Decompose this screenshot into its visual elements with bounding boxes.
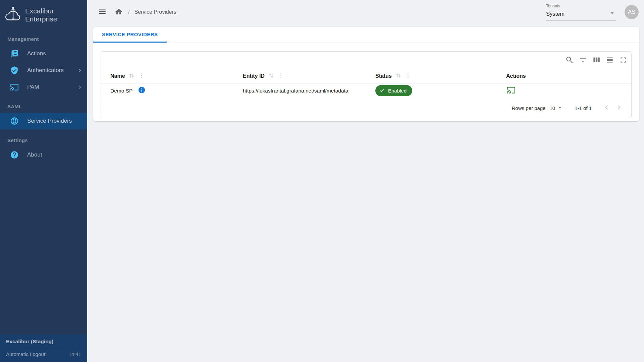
column-menu-icon[interactable] — [138, 72, 145, 80]
status-badge: Enabled — [375, 85, 412, 96]
density-icon — [605, 56, 614, 65]
breadcrumb-current: Service Providers — [134, 9, 176, 15]
cell-status: Enabled — [366, 85, 497, 96]
filter-icon — [579, 56, 587, 65]
home-icon — [115, 8, 123, 17]
table-fullscreen-button[interactable] — [616, 53, 630, 68]
column-header-name[interactable]: Name — [101, 72, 233, 80]
previous-page-button[interactable] — [600, 101, 613, 115]
search-icon — [565, 56, 574, 65]
sidebar-item-label: PAM — [27, 84, 39, 90]
status-badge-label: Enabled — [388, 88, 407, 94]
check-icon — [379, 87, 385, 95]
table-header-row: Name Entity ID — [101, 69, 631, 83]
chevron-left-icon — [602, 103, 611, 113]
sp-entity-id: https://lukasfrantal.grafana.net/saml/me… — [243, 88, 348, 94]
sidebar-item-label: Actions — [27, 50, 46, 57]
tenants-select-label: Tenants — [546, 4, 616, 8]
tenants-select-value: System — [546, 11, 565, 17]
chevron-right-icon — [615, 103, 623, 113]
library-icon — [10, 49, 19, 58]
pagination-range: 1-1 of 1 — [575, 105, 592, 111]
columns-icon — [592, 56, 601, 65]
sidebar-item-about[interactable]: About — [0, 146, 87, 163]
main-area: / Service Providers Tenants System AS SE… — [87, 0, 644, 362]
sp-name: Demo SP — [110, 88, 132, 94]
globe-icon — [10, 117, 19, 125]
breadcrumb-home-button[interactable] — [114, 7, 123, 17]
auto-logout-timer: 14:41 — [68, 351, 81, 357]
column-header-actions: Actions — [497, 73, 631, 79]
excalibur-cloud-sword-logo-icon — [5, 7, 21, 23]
cell-actions — [497, 85, 631, 96]
section-label-settings: Settings — [0, 129, 87, 146]
sidebar-item-label: Service Providers — [27, 118, 72, 124]
rows-per-page-value: 10 — [549, 105, 555, 111]
section-label-saml: SAML — [0, 96, 87, 113]
cell-entity-id: https://lukasfrantal.grafana.net/saml/me… — [233, 88, 366, 94]
service-providers-card: SERVICE PROVIDERS — [93, 27, 639, 121]
tab-bar: SERVICE PROVIDERS — [93, 27, 639, 43]
sort-icon[interactable] — [268, 72, 275, 80]
app-title: Excalibur Enterprise — [25, 7, 82, 23]
sidebar-item-authenticators[interactable]: Authenticators — [0, 62, 87, 79]
help-icon — [10, 150, 19, 159]
cast-icon — [10, 83, 19, 92]
dropdown-arrow-icon — [556, 104, 563, 112]
column-header-label: Actions — [506, 73, 526, 79]
menu-toggle-button[interactable] — [95, 5, 109, 20]
table-density-button[interactable] — [603, 53, 616, 68]
auto-logout-label: Automatic Logout: — [6, 351, 47, 357]
column-header-status[interactable]: Status — [366, 72, 497, 80]
app-logo-row: Excalibur Enterprise — [0, 0, 87, 28]
rows-per-page-select[interactable]: 10 — [549, 104, 563, 112]
table-toolbar — [101, 52, 631, 69]
tab-service-providers[interactable]: SERVICE PROVIDERS — [93, 27, 167, 43]
column-menu-icon[interactable] — [278, 72, 284, 80]
chevron-right-icon — [76, 67, 83, 75]
dropdown-arrow-icon — [608, 9, 616, 18]
cell-name: Demo SP — [101, 86, 233, 95]
footer-divider — [6, 348, 81, 348]
sidebar: Excalibur Enterprise Management Actions … — [0, 0, 87, 362]
shield-check-icon — [10, 66, 19, 75]
column-header-label: Name — [110, 73, 125, 79]
topbar: / Service Providers Tenants System AS — [87, 0, 644, 24]
column-header-label: Entity ID — [243, 73, 265, 79]
sidebar-item-actions[interactable]: Actions — [0, 45, 87, 62]
breadcrumb-separator: / — [128, 9, 129, 15]
sidebar-item-label: About — [27, 152, 42, 158]
sidebar-item-label: Authenticators — [27, 67, 64, 74]
column-menu-icon[interactable] — [405, 72, 411, 80]
column-header-entity-id[interactable]: Entity ID — [233, 72, 366, 80]
fullscreen-icon — [619, 56, 628, 65]
sidebar-item-service-providers[interactable]: Service Providers — [0, 113, 87, 129]
rows-per-page-label: Rows per page — [512, 105, 546, 111]
table-filter-button[interactable] — [576, 53, 590, 68]
tenants-select[interactable]: Tenants System — [546, 4, 616, 20]
breadcrumb: / Service Providers — [114, 7, 176, 17]
info-icon[interactable] — [138, 86, 146, 95]
cast-icon — [507, 86, 516, 96]
hamburger-icon — [98, 7, 107, 17]
section-label-management: Management — [0, 28, 87, 45]
avatar[interactable]: AS — [625, 5, 639, 19]
sort-icon[interactable] — [395, 72, 402, 80]
environment-name: Excalibur (Staging) — [6, 339, 81, 345]
next-page-button[interactable] — [613, 101, 625, 115]
sidebar-footer: Excalibur (Staging) Automatic Logout: 14… — [0, 334, 87, 362]
service-providers-table: Name Entity ID — [101, 51, 632, 118]
table-columns-button[interactable] — [590, 53, 603, 68]
column-header-label: Status — [375, 73, 392, 79]
chevron-right-icon — [76, 84, 83, 92]
cast-action-button[interactable] — [506, 85, 516, 96]
table-row[interactable]: Demo SP https://lukasfrantal.grafana.net… — [101, 83, 631, 98]
table-search-button[interactable] — [563, 53, 576, 68]
sidebar-item-pam[interactable]: PAM — [0, 79, 87, 96]
table-pagination: Rows per page 10 1-1 of 1 — [101, 98, 631, 118]
sort-icon[interactable] — [128, 72, 135, 80]
